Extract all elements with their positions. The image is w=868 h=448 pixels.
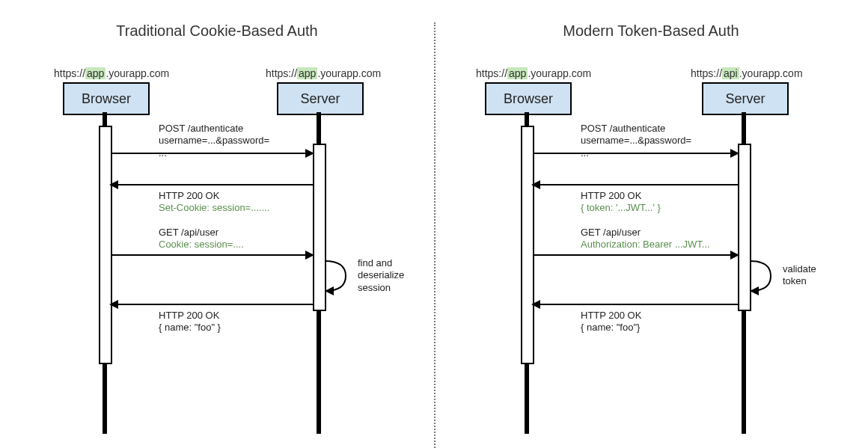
right-arrow4 (533, 304, 738, 305)
right-msg2: HTTP 200 OK { token: '...JWT...' } (581, 190, 661, 215)
msg-line: username=...&password= (581, 135, 691, 146)
msg-line: HTTP 200 OK (159, 310, 219, 321)
msg-line-green: Cookie: session=.... (159, 239, 244, 250)
left-arrow1 (111, 153, 313, 154)
left-arrow4 (111, 304, 313, 305)
note-line: session (358, 282, 391, 293)
left-msg2: HTTP 200 OK Set-Cookie: session=....... (159, 190, 269, 215)
right-arrow2 (533, 184, 738, 185)
msg-line: { name: "foo"} (581, 322, 640, 333)
box-label: Browser (82, 91, 131, 107)
msg-line-green: Authorization: Bearer ...JWT... (581, 239, 710, 250)
right-self-note: validate token (783, 263, 816, 288)
url-part: https:// (54, 67, 85, 79)
left-msg3: GET /api/user Cookie: session=.... (159, 227, 244, 251)
url-highlight: app (507, 67, 528, 79)
msg-line: GET /api/user (159, 227, 218, 238)
left-self-loop (325, 259, 353, 293)
right-msg3: GET /api/user Authorization: Bearer ...J… (581, 227, 710, 251)
left-msg4: HTTP 200 OK { name: "foo" } (159, 310, 221, 334)
left-self-note: find and deserialize session (358, 257, 404, 294)
left-browser-box: Browser (63, 82, 150, 115)
msg-line-green: { token: '...JWT...' } (581, 202, 661, 213)
right-server-url: https://api.yourapp.com (691, 67, 803, 79)
url-highlight: api (722, 67, 739, 79)
note-line: deserialize (358, 269, 404, 280)
url-part: .yourapp.com (528, 67, 591, 79)
note-line: validate (783, 263, 816, 274)
note-line: find and (358, 257, 392, 269)
right-self-loop (750, 259, 778, 293)
url-part: https:// (266, 67, 297, 79)
msg-line: GET /api/user (581, 227, 641, 238)
box-label: Browser (504, 91, 553, 107)
left-browser-url: https://app.yourapp.com (54, 67, 169, 79)
right-browser-activation (521, 126, 534, 364)
url-part: https:// (691, 67, 722, 79)
right-browser-url: https://app.yourapp.com (476, 67, 591, 79)
url-part: .yourapp.com (106, 67, 169, 79)
left-panel: Traditional Cookie-Based Auth https://ap… (0, 0, 434, 448)
msg-line: POST /authenticate (159, 123, 243, 134)
left-arrow2 (111, 184, 313, 185)
url-part: https:// (476, 67, 507, 79)
right-panel: Modern Token-Based Auth https://app.your… (434, 0, 868, 448)
msg-line: POST /authenticate (581, 123, 665, 134)
right-msg4: HTTP 200 OK { name: "foo"} (581, 310, 641, 334)
right-arrow1 (533, 153, 738, 154)
msg-line: HTTP 200 OK (159, 190, 219, 201)
right-arrow3 (533, 254, 738, 256)
left-arrow3 (111, 254, 313, 256)
msg-line: { name: "foo" } (159, 322, 221, 333)
left-server-box: Server (277, 82, 364, 115)
note-line: token (783, 275, 807, 286)
url-part: .yourapp.com (317, 67, 381, 79)
msg-line: HTTP 200 OK (581, 310, 641, 321)
right-title: Modern Token-Based Auth (434, 22, 868, 40)
msg-line: HTTP 200 OK (581, 190, 641, 201)
left-browser-activation (99, 126, 112, 364)
left-title: Traditional Cookie-Based Auth (0, 22, 434, 40)
url-highlight: app (85, 67, 106, 79)
msg-line-green: Set-Cookie: session=....... (159, 202, 269, 213)
url-highlight: app (297, 67, 317, 79)
right-server-box: Server (702, 82, 789, 115)
msg-line: username=...&password= (159, 135, 269, 146)
url-part: .yourapp.com (739, 67, 803, 79)
left-server-url: https://app.yourapp.com (266, 67, 381, 79)
right-browser-box: Browser (485, 82, 572, 115)
box-label: Server (725, 91, 765, 107)
box-label: Server (300, 91, 340, 107)
